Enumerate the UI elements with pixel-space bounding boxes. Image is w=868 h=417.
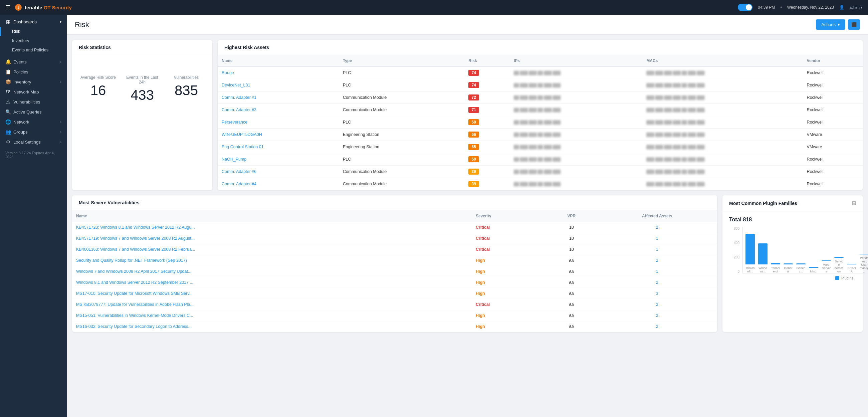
affected-link[interactable]: 1 (656, 269, 658, 274)
chart-bar[interactable] (847, 264, 856, 264)
vuln-link[interactable]: Windows 8.1 and Windows Server 2012 R2 S… (76, 280, 193, 285)
vcol-name: Name (72, 210, 472, 222)
actions-button[interactable]: Actions ▾ (816, 19, 845, 30)
sidebar-item-network-map[interactable]: 🗺 Network Map (0, 87, 67, 97)
risk-badge: 69 (468, 119, 479, 125)
chart-bar[interactable] (783, 263, 793, 264)
highest-risk-table: Name Type Risk IPs MACs Vendor Rouge PLC (218, 55, 863, 190)
affected-link[interactable]: 2 (656, 302, 658, 307)
sidebar-item-events[interactable]: 🔔 Events › (0, 57, 67, 67)
asset-link[interactable]: Comm. Adapter #4 (222, 182, 256, 186)
asset-macs-cell: ███.███.███.███ ██ ███.███ (642, 141, 803, 153)
version-info: Version 3.17.24 Expires Apr 4, 2026 (0, 147, 67, 163)
chart-bar[interactable] (771, 263, 780, 264)
bar-column: Service detection (834, 230, 844, 273)
chart-bar[interactable] (758, 243, 768, 264)
affected-link[interactable]: 3 (656, 291, 658, 296)
affected-link[interactable]: 1 (656, 236, 658, 241)
bar-label: Microsoft... (745, 266, 755, 273)
asset-macs-cell: ███.███.███.███ ██ ███.███ (642, 128, 803, 141)
risk-badge: 72 (468, 94, 479, 100)
chart-bar[interactable] (809, 267, 818, 268)
sidebar-item-dashboards[interactable]: ▦ Dashboards ▾ (0, 17, 67, 27)
vuln-affected-cell: 1 (597, 244, 717, 255)
vuln-link[interactable]: MS17-010: Security Update for Microsoft … (76, 291, 193, 296)
actions-chevron-icon: ▾ (838, 22, 840, 27)
vuln-vpr-cell: 9.8 (546, 310, 597, 321)
sidebar-item-risk[interactable]: Risk (0, 27, 67, 36)
asset-link[interactable]: WIN-UEUPT5DGA0H (222, 132, 262, 137)
sidebar-item-inventory[interactable]: 📦 Inventory › (0, 77, 67, 87)
sidebar-item-policies[interactable]: 📋 Policies (0, 67, 67, 77)
asset-type-cell: PLC (339, 67, 464, 79)
export-button[interactable]: ⬛ (848, 19, 860, 30)
asset-link[interactable]: DeviceNet_L81 (222, 83, 250, 87)
chart-bar[interactable] (745, 234, 755, 264)
asset-risk-cell: 71 (464, 104, 510, 116)
vuln-link[interactable]: KB4601363: Windows 7 and Windows Server … (76, 247, 195, 252)
vuln-link[interactable]: Security and Quality Rollup for .NET Fra… (76, 258, 187, 263)
table-row: WIN-UEUPT5DGA0H Engineering Station 66 █… (218, 128, 863, 141)
table-row: Comm. Adapter #1 Communication Module 72… (218, 91, 863, 104)
affected-link[interactable]: 1 (656, 247, 658, 252)
sidebar-item-inventory-dash[interactable]: Inventory (0, 36, 67, 46)
bar-label: SCADA (847, 266, 856, 273)
grid-view-icon[interactable]: ⊞ (851, 200, 856, 206)
chart-bar[interactable] (860, 254, 868, 255)
chart-bar[interactable] (822, 261, 831, 261)
vuln-affected-cell: 2 (597, 321, 717, 332)
asset-link[interactable]: Rouge (222, 70, 234, 75)
vuln-link[interactable]: KB4571723: Windows 8.1 and Windows Serve… (76, 225, 195, 230)
vuln-name-cell: MS KB3079777: Update for Vulnerabilities… (72, 299, 472, 310)
affected-link[interactable]: 2 (656, 225, 658, 230)
affected-link[interactable]: 2 (656, 258, 658, 263)
asset-link[interactable]: Eng Control Station 01 (222, 145, 264, 149)
sidebar-item-vulnerabilities[interactable]: ⚠ Vulnerabilities (0, 97, 67, 107)
vcol-severity: Severity (472, 210, 546, 222)
vuln-link[interactable]: KB4571719: Windows 7 and Windows Server … (76, 236, 195, 241)
vuln-link[interactable]: MS16-032: Security Update for Secondary … (76, 324, 192, 329)
logo: t tenable OT Security (15, 4, 72, 11)
bar-chart-wrap: 600 400 200 0 Microsoft...Windows...Tena… (729, 227, 856, 280)
asset-link[interactable]: Comm. Adapter #3 (222, 108, 256, 112)
vuln-vpr-cell: 9.8 (546, 266, 597, 277)
export-icon: ⬛ (851, 22, 857, 27)
menu-icon[interactable]: ☰ (5, 4, 11, 11)
sidebar-item-groups[interactable]: 👥 Groups › (0, 127, 67, 137)
asset-ips-cell: ██ ███.███ ██ ███.███ (510, 91, 642, 104)
asset-link[interactable]: Comm. Adapter #6 (222, 169, 256, 174)
severity-badge: Critical (476, 247, 490, 252)
asset-link[interactable]: NaOH_Pump (222, 157, 246, 161)
asset-link[interactable]: Perseverance (222, 120, 247, 124)
bar-column: Misc. (809, 230, 818, 273)
chevron-down-icon: ▾ (60, 20, 61, 24)
table-row: Rouge PLC 74 ██ ███.███ ██ ███.███ ███.█… (218, 67, 863, 79)
affected-link[interactable]: 2 (656, 313, 658, 318)
logo-text: tenable OT Security (25, 5, 72, 10)
affected-link[interactable]: 2 (656, 324, 658, 329)
chart-bar[interactable] (834, 257, 844, 258)
theme-toggle[interactable] (738, 4, 752, 11)
user-info: admin ▾ (850, 5, 863, 10)
asset-link[interactable]: Comm. Adapter #1 (222, 95, 256, 100)
vuln-link[interactable]: MS15-051: Vulnerabilities in Windows Ker… (76, 313, 193, 318)
vulnerabilities-card: Most Severe Vulnerabilities Name Severit… (72, 195, 717, 332)
sidebar-item-events-policies[interactable]: Events and Policies (0, 46, 67, 55)
risk-stats-body: Average Risk Score 16 Events in the Last… (72, 55, 212, 110)
vulnerabilities-title: Most Severe Vulnerabilities (72, 195, 717, 210)
vuln-link[interactable]: MS KB3079777: Update for Vulnerabilities… (76, 302, 194, 307)
asset-type-cell: Communication Module (339, 166, 464, 178)
sidebar-item-active-queries[interactable]: 🔍 Active Queries (0, 107, 67, 117)
chart-yaxis: 600 400 200 0 (729, 227, 741, 273)
affected-link[interactable]: 2 (656, 280, 658, 285)
policies-icon: 📋 (5, 69, 11, 75)
vuln-name-cell: KB4601363: Windows 7 and Windows Server … (72, 244, 472, 255)
bar-label: Misc. (810, 270, 817, 273)
asset-name-cell: Eng Control Station 01 (218, 141, 339, 153)
vuln-link[interactable]: Windows 7 and Windows 2008 R2 April 2017… (76, 269, 191, 274)
chart-bar[interactable] (796, 263, 806, 264)
table-row: Perseverance PLC 69 ██ ███.███ ██ ███.██… (218, 116, 863, 128)
sidebar-item-local-settings[interactable]: ⚙ Local Settings › (0, 137, 67, 147)
sidebar-item-network[interactable]: 🌐 Network › (0, 117, 67, 127)
tenable-logo-icon: t (15, 4, 22, 11)
